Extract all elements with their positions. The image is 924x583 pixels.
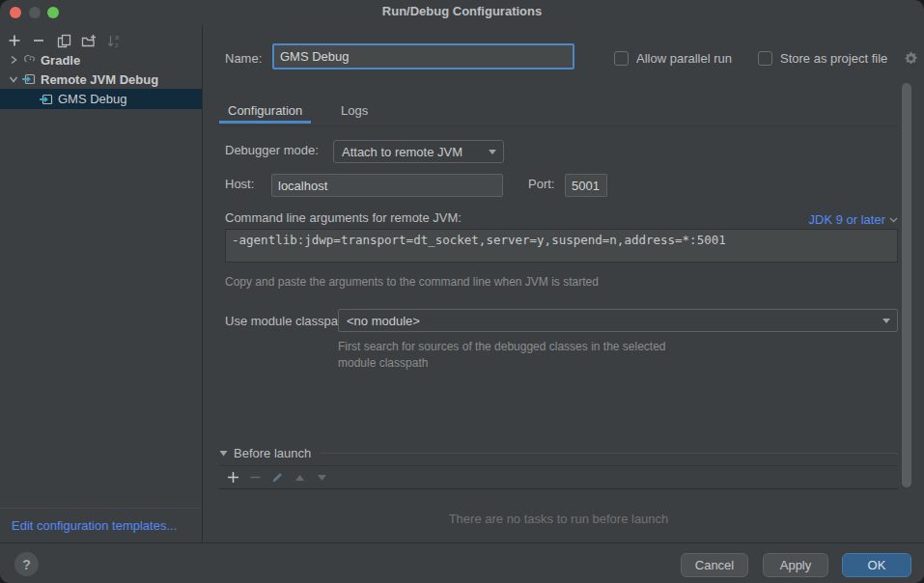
module-classpath-hint-line2: module classpath (338, 355, 428, 372)
jdk-version-selector[interactable]: JDK 9 or later (809, 210, 898, 230)
new-folder-icon (81, 34, 97, 48)
gradle-icon (21, 52, 37, 68)
move-task-down-button[interactable] (314, 470, 329, 486)
copy-icon (57, 34, 71, 48)
vertical-scrollbar-thumb[interactable] (902, 83, 911, 487)
debugger-mode-value: Attach to remote JVM (342, 145, 462, 159)
sidebar-item-label: GMS Debug (58, 92, 127, 106)
help-icon: ? (22, 557, 31, 572)
edit-templates-row: Edit configuration templates... (0, 508, 202, 542)
sort-icon: a z (106, 34, 121, 48)
chevron-down-icon (882, 319, 890, 323)
allow-parallel-run-checkbox[interactable] (614, 51, 629, 66)
before-launch-header: Before launch (219, 444, 898, 461)
sidebar-toolbar: a z (0, 29, 202, 52)
tab-configuration[interactable]: Configuration (219, 97, 311, 124)
add-configuration-button[interactable] (6, 32, 23, 49)
remote-debug-icon (21, 71, 37, 87)
remove-configuration-button[interactable] (30, 32, 47, 49)
edit-icon (271, 471, 284, 484)
allow-parallel-run-label: Allow parallel run (636, 49, 732, 69)
chevron-down-icon (489, 150, 496, 154)
svg-text:a: a (115, 34, 119, 41)
gear-icon[interactable] (904, 51, 918, 69)
sidebar-item-label: Remote JVM Debug (41, 72, 158, 87)
configurations-sidebar: a z Gradle (0, 25, 203, 542)
remote-debug-icon (39, 92, 54, 107)
sort-configurations-button[interactable]: a z (104, 32, 122, 49)
jdk-version-label: JDK 9 or later (809, 210, 885, 230)
tab-logs[interactable]: Logs (332, 97, 377, 124)
cmdline-arguments-label: Command line arguments for remote JVM: (225, 208, 462, 228)
sidebar-item-label: Gradle (41, 53, 80, 68)
ok-button[interactable]: OK (842, 553, 911, 577)
add-icon (227, 471, 239, 484)
name-input[interactable] (272, 43, 574, 69)
sidebar-item-gms-debug[interactable]: GMS Debug (0, 89, 202, 109)
remove-icon (32, 34, 45, 47)
port-input[interactable] (565, 174, 607, 197)
edit-configuration-templates-link[interactable]: Edit configuration templates... (12, 518, 177, 533)
chevron-down-icon (889, 217, 898, 223)
name-label: Name: (225, 47, 262, 70)
cancel-button[interactable]: Cancel (681, 553, 748, 577)
store-as-project-file-label: Store as project file (780, 49, 887, 69)
window-title: Run/Debug Configurations (0, 4, 924, 18)
move-down-icon (317, 474, 327, 482)
section-divider (321, 453, 898, 454)
host-label: Host: (225, 173, 254, 196)
module-classpath-hint-line1: First search for sources of the debugged… (338, 339, 666, 355)
debugger-mode-label: Debugger mode: (225, 139, 319, 162)
tab-bar: Configuration Logs (219, 97, 898, 126)
copy-configuration-button[interactable] (55, 32, 72, 49)
module-classpath-label: Use module classpath: (225, 310, 352, 333)
apply-button[interactable]: Apply (763, 553, 828, 577)
remove-icon (249, 471, 262, 484)
move-up-icon (294, 474, 305, 482)
chevron-down-icon[interactable] (6, 71, 21, 87)
before-launch-title: Before launch (234, 446, 311, 460)
run-debug-configurations-dialog: Run/Debug Configurations (0, 0, 924, 583)
move-task-up-button[interactable] (292, 470, 307, 486)
configuration-editor-panel: Name: Allow parallel run Store as projec… (204, 25, 924, 542)
edit-task-button[interactable] (269, 470, 285, 486)
module-classpath-value: <no module> (347, 314, 420, 328)
remove-task-button[interactable] (247, 470, 263, 486)
sidebar-item-remote-jvm-debug[interactable]: Remote JVM Debug (0, 69, 202, 89)
debugger-mode-select[interactable]: Attach to remote JVM (333, 140, 504, 163)
title-bar: Run/Debug Configurations (0, 0, 924, 25)
collapse-triangle-icon[interactable] (219, 450, 228, 457)
before-launch-empty-text: There are no tasks to run before launch (219, 489, 898, 547)
module-classpath-select[interactable]: <no module> (338, 309, 898, 332)
before-launch-toolbar (219, 465, 898, 489)
help-button[interactable]: ? (14, 552, 39, 576)
dialog-footer: ? Cancel Apply OK (0, 542, 924, 583)
host-input[interactable] (271, 174, 503, 197)
svg-text:z: z (115, 42, 119, 48)
add-icon (8, 34, 21, 47)
new-folder-button[interactable] (80, 32, 98, 49)
sidebar-item-gradle[interactable]: Gradle (0, 50, 202, 69)
add-task-button[interactable] (225, 470, 240, 486)
cmdline-hint: Copy and paste the arguments to the comm… (225, 274, 599, 291)
cmdline-arguments-input[interactable]: -agentlib:jdwp=transport=dt_socket,serve… (225, 229, 898, 263)
store-as-project-file-checkbox[interactable] (758, 51, 772, 66)
port-label: Port: (528, 173, 554, 196)
chevron-right-icon[interactable] (6, 52, 21, 68)
